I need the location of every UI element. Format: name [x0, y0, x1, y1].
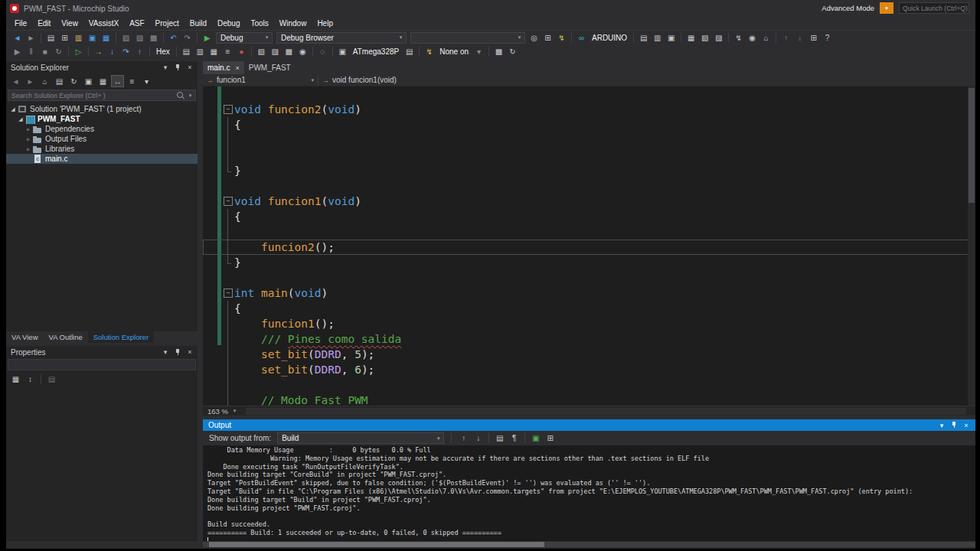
code-line[interactable] — [203, 148, 975, 163]
clear-all-icon[interactable]: ▤ — [493, 432, 506, 445]
bottom-horizontal-scrollbar[interactable] — [203, 542, 975, 547]
code-line[interactable] — [203, 132, 975, 148]
code-line[interactable]: { — [203, 117, 975, 132]
new-project-icon[interactable]: ▤ — [44, 31, 57, 44]
output-text[interactable]: Data Memory Usage : 0 bytes 0.0 % Full W… — [203, 445, 975, 541]
step-out-icon[interactable]: ↑ — [133, 45, 146, 57]
fold-collapse-icon[interactable] — [219, 102, 234, 117]
se-home-icon[interactable]: ⌂ — [38, 75, 51, 87]
fold-collapse-icon[interactable] — [219, 194, 234, 209]
bookmark-next-icon[interactable]: ↓ — [793, 31, 806, 44]
help-icon[interactable]: ? — [821, 31, 834, 44]
device-icon[interactable]: ▣ — [336, 45, 349, 57]
restart-icon[interactable]: ↻ — [52, 45, 65, 57]
quick-launch-input[interactable]: Quick Launch (Ctrl+Q) — [899, 2, 969, 14]
bookmark-previous-icon[interactable]: ↑ — [779, 31, 792, 44]
tree-item-solution-pwm-fast-1-project[interactable]: ◢Solution 'PWM_FAST' (1 project) — [6, 104, 198, 114]
code-line[interactable]: { — [203, 301, 975, 316]
error-list-icon[interactable]: ▦ — [684, 31, 697, 44]
document-tab-pwm-fast[interactable]: PWM_FAST — [244, 61, 296, 74]
solution-search-input[interactable]: Search Solution Explorer (Ctrl+ ) ▾ — [8, 90, 196, 101]
code-line[interactable] — [203, 86, 975, 102]
window-menu-icon[interactable]: ▾ — [162, 348, 169, 356]
code-line[interactable]: // Modo Fast PWM — [203, 393, 975, 406]
se-refresh-icon[interactable]: ↻ — [67, 75, 80, 87]
collapsed-arrow-icon[interactable]: ▹ — [24, 126, 32, 132]
se-show-all-files-icon[interactable]: ▦ — [96, 75, 109, 87]
code-line[interactable] — [203, 178, 975, 194]
properties-object-combo[interactable] — [8, 359, 196, 370]
save-icon[interactable]: ▣ — [86, 31, 99, 44]
se-properties-icon[interactable]: ▣ — [82, 75, 95, 87]
locals-window-icon[interactable]: ▦ — [207, 45, 220, 57]
menu-help[interactable]: Help — [312, 18, 338, 28]
code-line[interactable]: set_bit(DDRD, 6); — [203, 362, 975, 377]
device-settings-icon[interactable]: ▩ — [492, 45, 505, 57]
properties-window-icon[interactable]: ▣ — [665, 31, 678, 44]
menu-tools[interactable]: Tools — [245, 18, 273, 28]
solution-configurations-combo[interactable]: Debug▾ — [216, 32, 273, 44]
code-line[interactable]: /// Pines como salida — [203, 331, 975, 347]
redo-icon[interactable]: ↷ — [181, 31, 194, 44]
device-info-icon[interactable]: ▤ — [403, 45, 416, 57]
categorized-icon[interactable]: ▦ — [9, 373, 22, 385]
break-all-icon[interactable]: ‖ — [24, 45, 38, 57]
tree-item-dependencies[interactable]: ▹Dependencies — [6, 124, 198, 134]
debug-browser-combo[interactable]: Debug Browser▾ — [276, 32, 407, 44]
menu-file[interactable]: File — [9, 18, 32, 28]
menu-debug[interactable]: Debug — [212, 18, 245, 28]
property-pages-icon[interactable]: ▤ — [45, 373, 58, 385]
expanded-arrow-icon[interactable]: ◢ — [17, 116, 24, 122]
zoom-level[interactable]: 163 % — [203, 407, 230, 416]
se-back-icon[interactable]: ◄ — [9, 75, 22, 87]
device-programming-icon[interactable]: ↯ — [732, 31, 745, 44]
save-output-icon[interactable]: ▣ — [529, 432, 542, 445]
start-without-debugging-icon[interactable]: ▷ — [72, 45, 85, 57]
scrollbar-thumb[interactable] — [969, 88, 975, 203]
close-icon[interactable]: × — [186, 64, 194, 71]
menu-asf[interactable]: ASF — [124, 18, 149, 28]
tree-item-output-files[interactable]: ▹Output Files — [6, 134, 198, 144]
expanded-arrow-icon[interactable]: ◢ — [9, 106, 17, 112]
start-page-icon[interactable]: ⌂ — [760, 31, 773, 44]
menu-build[interactable]: Build — [185, 18, 212, 28]
code-line[interactable]: void funcion1(void) — [203, 194, 975, 209]
start-debugging-icon[interactable]: ▶ — [201, 31, 214, 44]
arduino-icon[interactable]: ∞ — [575, 31, 588, 44]
previous-message-icon[interactable]: ↑ — [457, 432, 470, 445]
se-filter-icon[interactable]: ▾ — [140, 75, 153, 87]
team-explorer-icon[interactable]: ▥ — [651, 31, 664, 44]
pin-icon[interactable] — [175, 64, 181, 72]
output-source-combo[interactable]: Build ▾ — [277, 432, 444, 444]
pin-icon[interactable] — [951, 421, 957, 429]
save-all-icon[interactable]: ▦ — [100, 31, 113, 44]
menu-project[interactable]: Project — [150, 18, 185, 28]
alphabetical-icon[interactable]: ↕ — [24, 373, 37, 385]
code-line[interactable]: funcion2(); — [203, 240, 975, 255]
code-line[interactable] — [203, 224, 975, 240]
open-file-icon[interactable]: ▥ — [72, 31, 85, 44]
se-forward-icon[interactable]: ► — [24, 75, 37, 87]
code-line[interactable] — [203, 270, 975, 285]
document-tab-main-c[interactable]: main.c× — [203, 61, 244, 74]
interface-icon[interactable]: ↯ — [423, 45, 436, 57]
registers-window-icon[interactable]: ▨ — [269, 45, 282, 57]
memory-window-icon[interactable]: ▧ — [255, 45, 268, 57]
paste-icon[interactable]: ▩ — [147, 31, 160, 44]
toolbox-icon[interactable]: ▨ — [712, 31, 725, 44]
code-line[interactable]: set_bit(DDRD, 5); — [203, 347, 975, 362]
menu-window[interactable]: Window — [274, 18, 312, 28]
pin-icon[interactable] — [175, 348, 181, 357]
window-menu-icon[interactable]: ▾ — [938, 422, 946, 429]
output-header[interactable]: Output ▾× — [203, 419, 975, 431]
code-line[interactable]: { — [203, 209, 975, 224]
menu-vassistx[interactable]: VAssistX — [83, 18, 124, 28]
scope-dropdown[interactable]: → funcion1 ▾ — [203, 74, 318, 86]
io-view-icon[interactable]: ◉ — [296, 45, 309, 57]
close-icon[interactable]: × — [186, 348, 194, 356]
stop-debugging-icon[interactable]: ■ — [38, 45, 51, 57]
processor-status-icon[interactable]: ◌ — [316, 45, 329, 57]
chevron-down-icon[interactable]: ▾ — [472, 45, 485, 57]
collapsed-arrow-icon[interactable]: ▹ — [24, 146, 32, 152]
solution-explorer-icon[interactable]: ▤ — [637, 31, 650, 44]
